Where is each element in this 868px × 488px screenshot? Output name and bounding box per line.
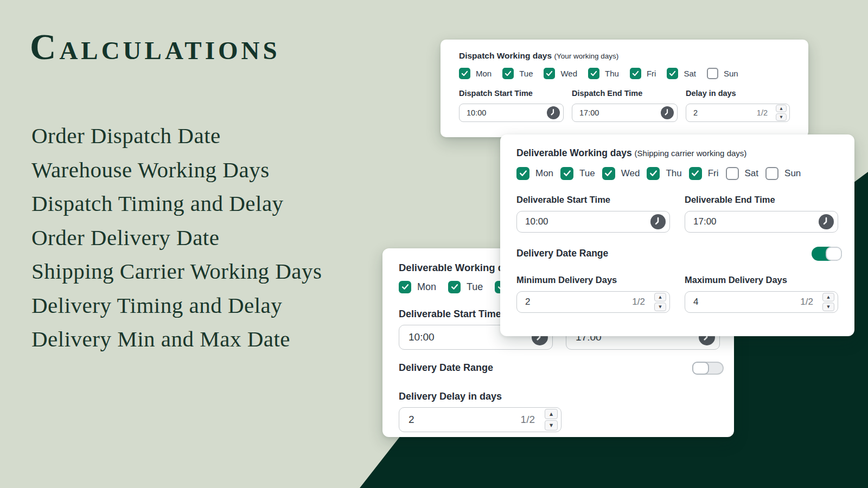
deliverable-start-label: Deliverable Start Time bbox=[516, 195, 670, 207]
clock-icon[interactable] bbox=[650, 214, 666, 229]
step-fraction-label: 1/2 bbox=[632, 297, 645, 307]
day-group: Mon bbox=[516, 167, 553, 180]
day-checkbox[interactable] bbox=[630, 68, 641, 79]
day-label: Sun bbox=[724, 69, 738, 78]
delivery-date-range-row: Delivery Date Range bbox=[399, 362, 719, 375]
number-spinner: ▲▼ bbox=[776, 105, 787, 121]
delivery-date-range-toggle[interactable] bbox=[812, 247, 842, 261]
dispatch-start-label: Dispatch Start Time bbox=[459, 89, 564, 99]
day-group: Wed bbox=[544, 68, 577, 79]
number-spinner: ▲▼ bbox=[545, 409, 558, 431]
day-label: Mon bbox=[535, 168, 553, 179]
day-label: Sat bbox=[684, 69, 696, 78]
day-label: Sun bbox=[784, 168, 801, 179]
page: Calculations Order Dispatch Date Warehou… bbox=[0, 0, 868, 488]
day-label: Thu bbox=[605, 69, 619, 78]
clock-icon[interactable] bbox=[547, 106, 560, 119]
dispatch-title-note: (Your working days) bbox=[554, 52, 618, 60]
day-checkbox[interactable] bbox=[689, 167, 702, 180]
dispatch-days-row: Mon Tue Wed Thu Fri Sat bbox=[459, 67, 790, 80]
deliverable-card-title: Deliverable Working days (Shipping carri… bbox=[516, 147, 838, 159]
day-group: Mon bbox=[399, 281, 436, 293]
day-label: Tue bbox=[579, 168, 595, 179]
feature-item: Shipping Carrier Working Days bbox=[31, 254, 322, 288]
step-fraction-label: 1/2 bbox=[757, 108, 768, 117]
day-label: Mon bbox=[417, 281, 436, 293]
dispatch-end-label: Dispatch End Time bbox=[572, 89, 678, 99]
toggle-knob bbox=[826, 247, 842, 261]
day-label: Fri bbox=[647, 69, 656, 78]
day-checkbox[interactable] bbox=[647, 167, 660, 180]
step-fraction-label: 1/2 bbox=[521, 414, 535, 426]
spinner-down-button[interactable]: ▼ bbox=[776, 113, 787, 121]
day-group: Thu bbox=[588, 68, 619, 79]
dispatch-delay-field: Delay in days 2 1/2 ▲▼ bbox=[686, 89, 790, 122]
dispatch-settings-card: Dispatch Working days (Your working days… bbox=[441, 40, 808, 137]
clock-icon[interactable] bbox=[819, 214, 834, 229]
deliverable-range-label: Delivery Date Range bbox=[516, 248, 608, 260]
delivery-delay-label: Delivery Delay in days bbox=[399, 391, 719, 403]
deliverable-days-row: Mon Tue Wed Thu Fri Sat bbox=[516, 165, 838, 181]
day-checkbox[interactable] bbox=[667, 68, 678, 79]
day-group: Thu bbox=[647, 167, 681, 180]
feature-list: Order Dispatch Date Warehouse Working Da… bbox=[31, 119, 322, 356]
day-group: Sun bbox=[707, 68, 738, 79]
day-checkbox[interactable] bbox=[726, 167, 739, 180]
day-label: Tue bbox=[519, 69, 533, 78]
max-delivery-days-input[interactable]: 4 1/2 ▲▼ bbox=[685, 291, 838, 313]
delivery-delay-input[interactable]: 2 1/2 ▲▼ bbox=[399, 407, 561, 432]
spinner-down-button[interactable]: ▼ bbox=[654, 303, 666, 311]
day-checkbox[interactable] bbox=[399, 281, 411, 293]
dispatch-end-field: Dispatch End Time 17:00 bbox=[572, 89, 678, 122]
day-checkbox[interactable] bbox=[544, 68, 555, 79]
feature-item: Order Dispatch Date bbox=[31, 119, 322, 153]
day-group: Tue bbox=[502, 68, 533, 79]
deliverable-settings-card: Deliverable Working days (Shipping carri… bbox=[500, 134, 854, 336]
day-checkbox[interactable] bbox=[765, 167, 778, 180]
day-group: Sat bbox=[726, 167, 759, 180]
min-delivery-days-input[interactable]: 2 1/2 ▲▼ bbox=[516, 291, 670, 313]
max-delivery-days-label: Maximum Delivery Days bbox=[685, 275, 838, 287]
step-fraction-label: 1/2 bbox=[800, 297, 813, 307]
spinner-up-button[interactable]: ▲ bbox=[776, 105, 787, 112]
day-group: Fri bbox=[630, 68, 656, 79]
feature-item: Order Delivery Date bbox=[31, 221, 322, 255]
number-spinner: ▲▼ bbox=[822, 293, 834, 311]
day-checkbox[interactable] bbox=[588, 68, 599, 79]
day-label: Tue bbox=[467, 281, 483, 293]
day-checkbox[interactable] bbox=[602, 167, 615, 180]
dispatch-card-title: Dispatch Working days (Your working days… bbox=[459, 51, 790, 61]
delivery-date-range-toggle[interactable] bbox=[692, 362, 724, 375]
day-checkbox[interactable] bbox=[502, 68, 514, 79]
dispatch-start-time-input[interactable]: 10:00 bbox=[459, 104, 564, 122]
day-group: Tue bbox=[448, 281, 483, 293]
day-label: Wed bbox=[560, 69, 577, 78]
day-group: Wed bbox=[602, 167, 640, 180]
min-delivery-days-label: Minimum Delivery Days bbox=[516, 275, 670, 287]
day-group: Mon bbox=[459, 68, 492, 79]
dispatch-end-time-input[interactable]: 17:00 bbox=[572, 104, 678, 122]
deliverable-title-note: (Shipping carrier working days) bbox=[635, 149, 747, 158]
spinner-up-button[interactable]: ▲ bbox=[822, 293, 834, 301]
dispatch-title-text: Dispatch Working days bbox=[459, 51, 552, 60]
spinner-down-button[interactable]: ▼ bbox=[545, 420, 558, 431]
toggle-knob bbox=[692, 362, 709, 375]
day-checkbox[interactable] bbox=[516, 167, 529, 180]
day-checkbox[interactable] bbox=[707, 68, 718, 79]
spinner-down-button[interactable]: ▼ bbox=[822, 303, 834, 311]
deliverable-end-time-input[interactable]: 17:00 bbox=[685, 211, 838, 233]
day-checkbox[interactable] bbox=[448, 281, 461, 293]
day-checkbox[interactable] bbox=[459, 68, 470, 79]
clock-icon[interactable] bbox=[661, 106, 674, 119]
day-group: Sat bbox=[667, 68, 696, 79]
feature-item: Delivery Min and Max Date bbox=[31, 322, 322, 356]
dispatch-delay-input[interactable]: 2 1/2 ▲▼ bbox=[686, 104, 790, 122]
day-label: Sat bbox=[745, 168, 759, 179]
deliverable-start-time-input[interactable]: 10:00 bbox=[516, 211, 670, 233]
day-group: Fri bbox=[689, 167, 719, 180]
day-checkbox[interactable] bbox=[560, 167, 573, 180]
spinner-up-button[interactable]: ▲ bbox=[545, 409, 558, 419]
day-group: Tue bbox=[560, 167, 595, 180]
page-title: Calculations bbox=[30, 27, 280, 67]
spinner-up-button[interactable]: ▲ bbox=[654, 293, 666, 301]
